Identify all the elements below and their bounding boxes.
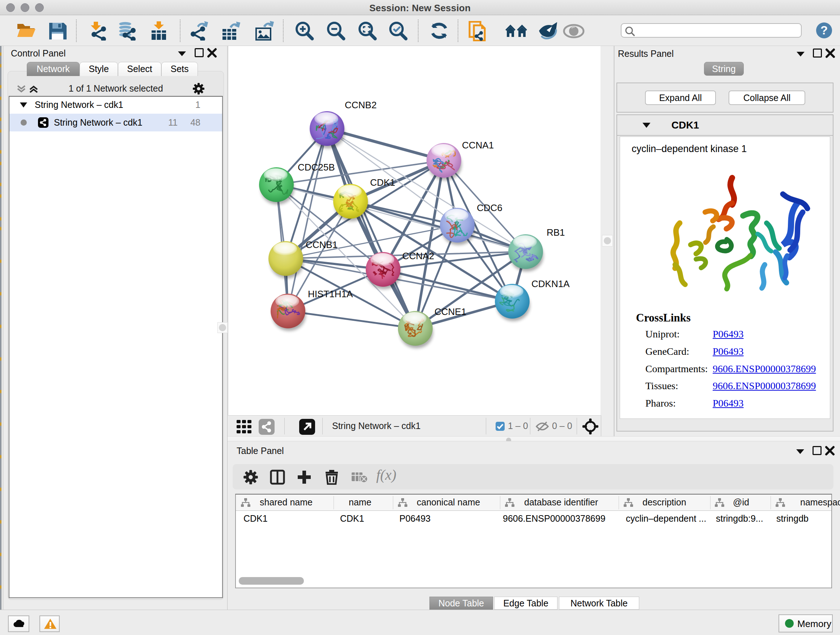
svg-text:CCNA2: CCNA2 (402, 250, 434, 261)
svg-text:CDC25B: CDC25B (298, 162, 335, 173)
svg-text:CCNA1: CCNA1 (462, 140, 494, 150)
svg-text:RB1: RB1 (546, 227, 565, 238)
svg-text:CDKN1A: CDKN1A (531, 279, 570, 289)
svg-text:HIST1H1A: HIST1H1A (308, 288, 353, 299)
svg-text:CCNE1: CCNE1 (434, 306, 466, 317)
svg-text:CDC6: CDC6 (477, 203, 502, 213)
svg-text:CCNB2: CCNB2 (345, 100, 377, 111)
svg-text:CDK1: CDK1 (370, 177, 395, 188)
svg-text:CCNB1: CCNB1 (306, 239, 338, 250)
